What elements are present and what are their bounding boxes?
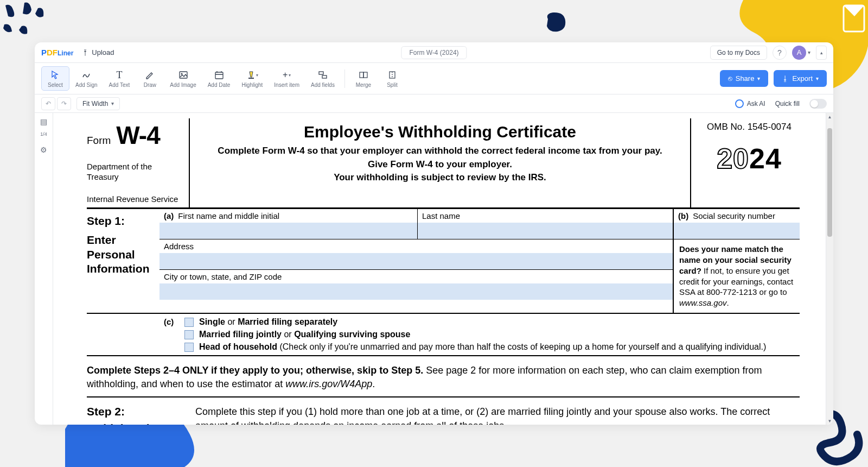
image-icon bbox=[178, 69, 188, 81]
step1-c-label: (c) bbox=[159, 317, 184, 352]
form-subtitle-3: Your withholding is subject to review by… bbox=[200, 171, 680, 185]
cursor-icon bbox=[50, 69, 60, 81]
ask-ai-button[interactable]: Ask AI bbox=[735, 99, 765, 108]
header: PDFLiner ⭱ Upload Form W-4 (2024) Go to … bbox=[35, 42, 833, 63]
scroll-up-icon[interactable]: ▲ bbox=[826, 113, 833, 121]
tool-add-text[interactable]: TAdd Text bbox=[104, 67, 136, 90]
page-indicator: 1/4 bbox=[40, 131, 47, 137]
first-name-label: (a)First name and middle initial bbox=[159, 209, 417, 223]
tool-select[interactable]: Select bbox=[41, 66, 69, 91]
tool-add-sign[interactable]: Add Sign bbox=[70, 67, 103, 90]
form-code: W-4 bbox=[116, 121, 159, 150]
fields-icon bbox=[318, 69, 328, 81]
city-label: City or town, state, and ZIP code bbox=[159, 270, 673, 283]
upload-button[interactable]: ⭱ Upload bbox=[82, 48, 114, 56]
chevron-down-icon: ▾ bbox=[808, 49, 810, 55]
chevron-down-icon: ▾ bbox=[111, 100, 114, 106]
form-title: Employee's Withholding Certificate bbox=[200, 123, 680, 141]
chevron-down-icon: ▾ bbox=[757, 75, 760, 81]
app-logo[interactable]: PDFLiner bbox=[41, 48, 73, 57]
form-page: FormW-4 Department of the Treasury Inter… bbox=[53, 113, 833, 425]
pages-icon[interactable]: ▤ bbox=[40, 117, 47, 126]
undo-button[interactable]: ↶ bbox=[41, 97, 55, 110]
left-rail: ▤ 1/4 ⚙ bbox=[35, 113, 53, 425]
avatar-icon: A bbox=[792, 46, 806, 60]
tool-split[interactable]: Split bbox=[378, 67, 406, 90]
subtoolbar: ↶ ↷ Fit Width▾ Ask AI Quick fill bbox=[35, 94, 833, 113]
tool-merge[interactable]: Merge bbox=[349, 67, 378, 90]
split-icon bbox=[387, 69, 397, 81]
chevron-down-icon: ▾ bbox=[816, 75, 819, 81]
decor-blob-icon bbox=[542, 11, 570, 35]
gear-icon[interactable]: ⚙ bbox=[40, 146, 47, 154]
checkbox-single[interactable] bbox=[184, 318, 194, 327]
sign-icon bbox=[81, 69, 91, 81]
ai-icon bbox=[735, 99, 744, 108]
dept-treasury: Department of the Treasury bbox=[87, 162, 186, 182]
scrollbar[interactable]: ▲ ▼ bbox=[826, 113, 833, 425]
decor-splash-icon bbox=[0, 0, 65, 49]
filing-married-label: Married filing jointly or Qualifying sur… bbox=[199, 330, 410, 339]
address-input[interactable] bbox=[159, 253, 673, 269]
svg-rect-9 bbox=[248, 78, 254, 79]
checkbox-hoh[interactable] bbox=[184, 343, 194, 352]
toolbar: Select Add Sign TAdd Text Draw Add Image… bbox=[35, 63, 833, 94]
plus-icon: +▾ bbox=[283, 69, 291, 81]
address-label: Address bbox=[159, 239, 673, 253]
city-input[interactable] bbox=[159, 283, 673, 300]
upload-icon: ⭱ bbox=[82, 48, 89, 56]
filing-hoh-label: Head of household (Check only if you're … bbox=[199, 342, 766, 352]
quick-fill-toggle[interactable] bbox=[809, 99, 827, 109]
share-button[interactable]: ⎋Share▾ bbox=[720, 70, 769, 87]
svg-point-4 bbox=[181, 73, 182, 75]
redo-button[interactable]: ↷ bbox=[57, 97, 71, 110]
form-word: Form bbox=[87, 135, 111, 147]
separator bbox=[344, 70, 345, 88]
filing-single-label: Single or Married filing separately bbox=[199, 317, 337, 327]
step1-number: Step 1: bbox=[87, 214, 156, 228]
help-button[interactable]: ? bbox=[773, 46, 787, 60]
form-year: 2024 bbox=[699, 142, 800, 175]
document-title[interactable]: Form W-4 (2024) bbox=[401, 46, 467, 59]
step1-name: Enter Personal Information bbox=[87, 233, 156, 276]
text-icon: T bbox=[116, 69, 122, 81]
step2-name: Multiple Jobs or Spouse bbox=[87, 421, 195, 425]
go-to-docs-button[interactable]: Go to my Docs bbox=[710, 46, 767, 60]
tool-add-date[interactable]: Add Date bbox=[202, 67, 236, 90]
checkbox-married-joint[interactable] bbox=[184, 330, 194, 339]
account-menu[interactable]: A ▾ bbox=[792, 46, 810, 60]
tool-draw[interactable]: Draw bbox=[136, 67, 164, 90]
last-name-label: Last name bbox=[418, 209, 673, 223]
zoom-select[interactable]: Fit Width▾ bbox=[76, 97, 120, 110]
ssn-input[interactable] bbox=[674, 223, 800, 239]
calendar-icon bbox=[214, 69, 224, 81]
tool-highlight[interactable]: ▾Highlight bbox=[236, 67, 268, 90]
tool-add-fields[interactable]: Add fields bbox=[305, 67, 340, 90]
omb-number: OMB No. 1545-0074 bbox=[699, 122, 800, 132]
highlight-icon: ▾ bbox=[246, 69, 258, 81]
svg-rect-13 bbox=[363, 72, 367, 78]
svg-rect-12 bbox=[360, 72, 363, 78]
export-button[interactable]: ⭳Export▾ bbox=[774, 70, 827, 87]
tool-insert-item[interactable]: +▾Insert item bbox=[269, 67, 305, 90]
share-icon: ⎋ bbox=[728, 74, 732, 83]
document-viewport[interactable]: FormW-4 Department of the Treasury Inter… bbox=[53, 113, 833, 425]
quick-fill-label: Quick fill bbox=[775, 100, 800, 108]
ssn-label: (b)Social security number bbox=[674, 209, 800, 223]
svg-rect-10 bbox=[319, 72, 323, 74]
expand-button[interactable]: ▴ bbox=[816, 46, 827, 60]
form-subtitle-2: Give Form W-4 to your employer. bbox=[200, 158, 680, 172]
download-icon: ⭳ bbox=[782, 74, 789, 83]
last-name-input[interactable] bbox=[418, 223, 673, 239]
step2-p1: Complete this step if you (1) hold more … bbox=[195, 405, 800, 425]
upload-label: Upload bbox=[92, 48, 114, 56]
svg-rect-11 bbox=[322, 75, 327, 78]
first-name-input[interactable] bbox=[159, 223, 417, 239]
app-window: PDFLiner ⭱ Upload Form W-4 (2024) Go to … bbox=[35, 42, 833, 425]
intersteps-note: Complete Steps 2–4 ONLY if they apply to… bbox=[87, 356, 800, 397]
svg-rect-5 bbox=[215, 72, 223, 79]
dept-irs: Internal Revenue Service bbox=[87, 194, 186, 205]
pencil-icon bbox=[145, 69, 155, 81]
tool-add-image[interactable]: Add Image bbox=[164, 67, 201, 90]
scroll-thumb[interactable] bbox=[827, 128, 832, 237]
